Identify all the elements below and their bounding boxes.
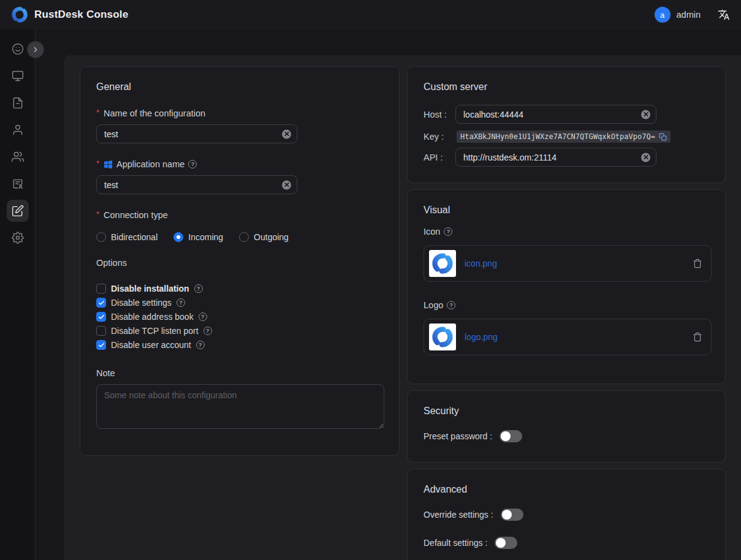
override-settings-toggle[interactable] (501, 509, 523, 521)
user-area: a admin (655, 7, 731, 23)
gear-icon (12, 232, 24, 244)
checkbox[interactable] (96, 312, 106, 322)
note-textarea[interactable] (96, 384, 384, 429)
brand: RustDesk Console (11, 6, 128, 23)
api-row: API : (424, 148, 709, 167)
option-label: Disable address book (111, 312, 194, 322)
default-settings-label: Default settings : (424, 538, 487, 548)
option-label: Disable installation (111, 284, 189, 293)
delete-logo-trash-icon[interactable] (693, 332, 702, 342)
preset-password-toggle[interactable] (500, 430, 522, 442)
sidebar-item-groups[interactable] (7, 146, 29, 168)
radio-circle[interactable] (96, 232, 106, 242)
checkbox[interactable] (96, 326, 106, 336)
security-card: Security Preset password : (407, 390, 726, 463)
icon-file-box: icon.png (424, 245, 712, 282)
host-input-wrap (455, 105, 656, 124)
default-settings-row: Default settings : (424, 537, 709, 549)
language-icon[interactable] (718, 9, 730, 21)
host-input[interactable] (455, 105, 656, 124)
user-name[interactable]: admin (677, 10, 701, 20)
sidebar-expand-button[interactable] (28, 42, 44, 58)
avatar[interactable]: a (655, 7, 671, 23)
icon-file-link[interactable]: icon.png (465, 259, 497, 268)
users-group-icon (12, 151, 24, 163)
radio-option-bidirectional[interactable]: Bidirectional (96, 232, 158, 242)
advanced-title: Advanced (424, 484, 709, 495)
checkbox[interactable] (96, 284, 106, 293)
logo-file-link[interactable]: logo.png (465, 332, 498, 342)
clear-host-icon[interactable] (641, 110, 650, 119)
key-value-pill: HtaXBkJNHyn0e1U1jWXze7A7CN7QTGWqxkOtpaVp… (457, 131, 671, 143)
radio-circle[interactable] (173, 232, 183, 242)
option-disable-tcp-listen-port[interactable]: Disable TCP listen port (96, 326, 383, 336)
app-title: RustDesk Console (34, 9, 128, 21)
config-name-input[interactable] (96, 124, 297, 143)
api-input[interactable] (455, 148, 656, 167)
smiley-icon (12, 43, 24, 55)
api-input-wrap (455, 148, 656, 167)
logo-thumbnail (429, 324, 456, 350)
radio-option-incoming[interactable]: Incoming (173, 232, 223, 242)
sidebar-item-settings[interactable] (7, 227, 29, 249)
delete-icon-trash-icon[interactable] (693, 259, 702, 268)
content-background: General * Name of the configuration (36, 29, 741, 560)
option-disable-address-book[interactable]: Disable address book (96, 312, 383, 322)
required-asterisk: * (96, 108, 99, 117)
application-name-help-icon[interactable] (188, 160, 197, 168)
options-label: Options (96, 258, 383, 268)
main-panel: General * Name of the configuration (64, 55, 741, 560)
checkbox[interactable] (96, 340, 106, 350)
disable-installation-help-icon[interactable] (194, 284, 203, 293)
option-disable-installation[interactable]: Disable installation (96, 284, 383, 293)
override-settings-label: Override settings : (424, 510, 493, 520)
security-title: Security (424, 406, 709, 417)
disable-settings-help-icon[interactable] (177, 298, 185, 307)
icon-help-icon[interactable] (444, 227, 452, 236)
radio-option-outgoing[interactable]: Outgoing (239, 232, 289, 242)
key-value: HtaXBkJNHyn0e1U1jWXze7A7CN7QTGWqxkOtpaVp… (460, 132, 655, 141)
sidebar-item-users[interactable] (7, 119, 29, 141)
option-label: Disable user account (111, 340, 191, 350)
option-disable-settings[interactable]: Disable settings (96, 298, 383, 308)
disable-address-book-help-icon[interactable] (199, 312, 207, 321)
logo-label: Logo (424, 300, 709, 310)
custom-server-title: Custom server (424, 81, 709, 93)
icon-thumbnail (429, 250, 456, 277)
general-card: General * Name of the configuration (80, 66, 400, 456)
copy-key-icon[interactable] (659, 133, 667, 141)
api-label: API : (424, 153, 455, 162)
advanced-card: Advanced Override settings : Default set… (407, 469, 726, 560)
clear-config-name-icon[interactable] (282, 129, 291, 138)
icon-label: Icon (424, 227, 709, 236)
user-icon (12, 124, 24, 136)
disable-user-account-help-icon[interactable] (196, 341, 205, 349)
sidebar-item-documents[interactable] (7, 92, 29, 114)
sidebar-item-dashboard[interactable] (7, 38, 29, 60)
monitor-icon (12, 70, 24, 82)
application-name-label: * Application name (96, 159, 383, 169)
sidebar-item-audit[interactable] (7, 173, 29, 195)
clear-application-name-icon[interactable] (282, 180, 291, 189)
default-settings-toggle[interactable] (495, 537, 517, 549)
option-label: Disable TCP listen port (111, 326, 199, 336)
top-bar: RustDesk Console a admin (0, 0, 741, 29)
checkbox[interactable] (96, 298, 106, 308)
disable-tcp-listen-port-help-icon[interactable] (203, 327, 212, 335)
sidebar-item-devices[interactable] (7, 65, 29, 87)
logo-file-box: logo.png (424, 319, 712, 355)
override-settings-row: Override settings : (424, 509, 709, 521)
application-name-input-wrap (96, 175, 297, 194)
logo-help-icon[interactable] (447, 301, 455, 309)
clear-api-icon[interactable] (641, 153, 650, 162)
radio-label: Outgoing (254, 232, 289, 242)
audit-log-icon (12, 178, 24, 190)
sidebar-item-custom-clients[interactable] (7, 200, 29, 222)
application-name-input[interactable] (96, 175, 297, 194)
config-name-input-wrap (96, 124, 297, 143)
host-row: Host : (424, 105, 709, 124)
radio-label: Bidirectional (111, 232, 158, 242)
radio-circle[interactable] (239, 232, 249, 242)
document-icon (12, 97, 24, 109)
option-disable-user-account[interactable]: Disable user account (96, 340, 383, 350)
